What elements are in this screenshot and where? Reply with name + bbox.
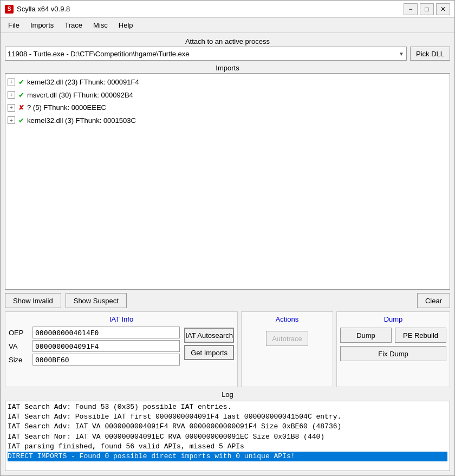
import-text: ? (5) FThunk: 0000EEEC xyxy=(27,102,106,113)
dump-button[interactable]: Dump xyxy=(340,328,392,343)
status-valid-icon: ✔ xyxy=(17,116,25,124)
iat-info-panel: IAT Info OEP VA Size xyxy=(5,311,238,387)
size-label: Size xyxy=(9,356,29,364)
menu-help[interactable]: Help xyxy=(113,19,139,31)
log-line: IAT Search Adv: Found 53 (0x35) possible… xyxy=(8,402,447,412)
import-text: msvcrt.dll (30) FThunk: 000092B4 xyxy=(27,90,133,101)
process-value: 11908 - Turtle.exe - D:\CTF\Competition\… xyxy=(8,50,190,58)
title-bar: S Scylla x64 v0.9.8 − □ ✕ xyxy=(1,1,454,18)
log-section: Log IAT Search Adv: Found 53 (0x35) poss… xyxy=(5,390,450,471)
imports-section: Imports + ✔ kernel32.dll (23) FThunk: 00… xyxy=(5,64,450,290)
list-item: + ✔ msvcrt.dll (30) FThunk: 000092B4 xyxy=(8,89,447,102)
main-content: Attach to an active process 11908 - Turt… xyxy=(1,33,454,475)
show-invalid-button[interactable]: Show Invalid xyxy=(5,293,61,308)
list-item: + ✔ kernel32.dll (3) FThunk: 0001503C xyxy=(8,114,447,127)
log-box[interactable]: IAT Search Adv: Found 53 (0x35) possible… xyxy=(5,401,450,471)
log-label: Log xyxy=(5,390,450,399)
log-line: IAT Search Adv: IAT VA 0000000004091F4 R… xyxy=(8,422,447,432)
dump-title: Dump xyxy=(340,315,446,323)
va-row: VA xyxy=(9,340,180,352)
clear-button[interactable]: Clear xyxy=(417,293,450,308)
log-line: IAT Search Adv: Possible IAT first 00000… xyxy=(8,412,447,422)
oep-input[interactable] xyxy=(32,327,180,338)
log-line: IAT parsing finished, found 56 valid API… xyxy=(8,442,447,452)
list-item: + ✘ ? (5) FThunk: 0000EEEC xyxy=(8,101,447,114)
import-text: kernel32.dll (3) FThunk: 0001503C xyxy=(27,115,136,126)
imports-box[interactable]: + ✔ kernel32.dll (23) FThunk: 000091F4 +… xyxy=(5,73,450,290)
main-window: S Scylla x64 v0.9.8 − □ ✕ File Imports T… xyxy=(0,0,455,476)
iat-autosearch-button[interactable]: IAT Autosearch xyxy=(184,328,234,343)
autotrace-button: Autotrace xyxy=(266,331,308,346)
menu-misc[interactable]: Misc xyxy=(88,19,113,31)
imports-button-row: Show Invalid Show Suspect Clear xyxy=(5,293,450,308)
import-text: kernel32.dll (23) FThunk: 000091F4 xyxy=(27,77,139,88)
log-line: IAT Search Nor: IAT VA 000000004091EC RV… xyxy=(8,432,447,442)
close-button[interactable]: ✕ xyxy=(436,3,450,15)
va-label: VA xyxy=(9,342,29,350)
menu-file[interactable]: File xyxy=(3,19,25,31)
dump-btn-row: Dump PE Rebuild xyxy=(340,328,446,343)
pe-rebuild-button[interactable]: PE Rebuild xyxy=(395,328,446,343)
size-input[interactable] xyxy=(32,354,180,366)
maximize-button[interactable]: □ xyxy=(420,3,434,15)
window-title: Scylla x64 v0.9.8 xyxy=(17,5,404,13)
fix-dump-button[interactable]: Fix Dump xyxy=(340,346,446,361)
actions-title: Actions xyxy=(245,315,329,323)
get-imports-button[interactable]: Get Imports xyxy=(184,345,234,360)
status-valid-icon: ✔ xyxy=(17,91,25,99)
menu-imports[interactable]: Imports xyxy=(25,19,59,31)
attach-label: Attach to an active process xyxy=(5,37,450,45)
bottom-panels: IAT Info OEP VA Size xyxy=(5,311,450,387)
status-valid-icon: ✔ xyxy=(17,79,25,86)
actions-panel: Actions Autotrace xyxy=(241,311,333,387)
va-input[interactable] xyxy=(32,340,180,352)
oep-label: OEP xyxy=(9,329,29,337)
oep-row: OEP xyxy=(9,327,180,338)
app-icon: S xyxy=(5,5,14,14)
process-row: 11908 - Turtle.exe - D:\CTF\Competition\… xyxy=(5,47,450,61)
iat-info-title: IAT Info xyxy=(9,315,234,323)
expand-icon[interactable]: + xyxy=(8,104,15,112)
show-suspect-button[interactable]: Show Suspect xyxy=(66,293,127,308)
status-invalid-icon: ✘ xyxy=(17,104,25,112)
iat-buttons: IAT Autosearch Get Imports xyxy=(184,328,234,360)
imports-label: Imports xyxy=(5,64,450,72)
menu-bar: File Imports Trace Misc Help xyxy=(1,18,454,33)
attach-section: Attach to an active process 11908 - Turt… xyxy=(5,37,450,61)
expand-icon[interactable]: + xyxy=(8,79,15,86)
pick-dll-button[interactable]: Pick DLL xyxy=(410,47,450,61)
size-row: Size xyxy=(9,354,180,366)
menu-trace[interactable]: Trace xyxy=(59,19,88,31)
window-controls: − □ ✕ xyxy=(404,3,450,15)
list-item: + ✔ kernel32.dll (23) FThunk: 000091F4 xyxy=(8,76,447,89)
dump-panel: Dump Dump PE Rebuild Fix Dump xyxy=(336,311,450,387)
combo-arrow-icon: ▼ xyxy=(399,51,404,57)
log-line-highlighted: DIRECT IMPORTS - Found 0 possible direct… xyxy=(8,452,447,461)
expand-icon[interactable]: + xyxy=(8,91,15,99)
expand-icon[interactable]: + xyxy=(8,116,15,124)
minimize-button[interactable]: − xyxy=(404,3,418,15)
process-combo[interactable]: 11908 - Turtle.exe - D:\CTF\Competition\… xyxy=(5,47,407,61)
